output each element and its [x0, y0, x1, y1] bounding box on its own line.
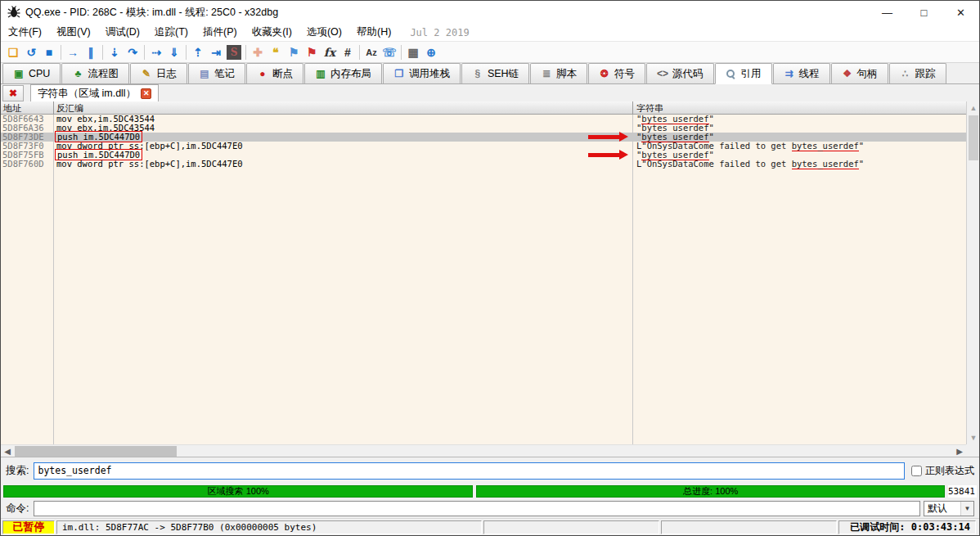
search-row: 搜索: 正则表达式	[1, 457, 979, 484]
tab-call-stack[interactable]: ❐调用堆栈	[383, 63, 461, 83]
red-arrow-icon	[588, 135, 619, 139]
table-row[interactable]: 5D8F6A36mov ebx,im.5DC43544"bytes_userde…	[1, 124, 966, 133]
patches-icon[interactable]: ✚	[249, 44, 267, 61]
menu-item-追踪(T)[interactable]: 追踪(T)	[147, 24, 196, 41]
tab-threads[interactable]: ⇉线程	[773, 63, 830, 83]
tab-trace[interactable]: ∴跟踪	[889, 63, 946, 83]
table-row[interactable]: 5D8F760Dmov dword ptr ss:[ebp+C],im.5DC4…	[1, 160, 966, 169]
toolbar-separator	[401, 45, 402, 60]
script-icon: ≣	[541, 68, 552, 79]
tab-handles[interactable]: ❖句柄	[831, 63, 888, 83]
menu-item-收藏夹(I)[interactable]: 收藏夹(I)	[245, 24, 299, 41]
command-profile-dropdown[interactable]: 默认 ▼	[924, 501, 974, 516]
maximize-button[interactable]: □	[906, 1, 942, 24]
vertical-scroll-thumb[interactable]	[969, 115, 978, 160]
search-label: 搜索:	[6, 464, 29, 478]
column-header-string[interactable]: 字符串	[636, 102, 663, 115]
run-to-user-code-icon[interactable]: ⇥	[207, 44, 225, 61]
calculator-icon[interactable]: ▦	[404, 44, 422, 61]
comment-icon[interactable]: ❝	[267, 44, 285, 61]
subtab-strings[interactable]: 字符串（区域 im.dll） ✕	[30, 84, 159, 101]
menu-item-调试(D)[interactable]: 调试(D)	[98, 24, 147, 41]
scroll-right-arrow[interactable]: ▶	[953, 445, 966, 457]
tab-label: 内存布局	[330, 67, 371, 81]
menu-item-文件(F)[interactable]: 文件(F)	[1, 24, 49, 41]
tab-memory-map[interactable]: ▥内存布局	[304, 63, 382, 83]
trace-into-icon[interactable]: ⇢	[147, 44, 165, 61]
stop-icon[interactable]: ■	[40, 44, 58, 61]
regex-checkbox[interactable]	[911, 466, 922, 476]
command-input[interactable]	[34, 501, 920, 516]
tab-label: 跟踪	[915, 67, 936, 81]
restart-icon[interactable]: ↺	[22, 44, 40, 61]
string-cell: L"OnSysDataCome failed to get bytes_user…	[636, 160, 864, 169]
toolbar: ❏↺■→∥⇣↷⇢⇓⇡⇥S✚❝⚑⚑fx#Az☏▦⊕	[1, 42, 979, 63]
subtab-bar: ✖ 字符串（区域 im.dll） ✕	[1, 84, 979, 101]
script-s-icon[interactable]: S	[227, 45, 241, 60]
address-cell: 5D8F760D	[2, 160, 44, 169]
step-into-icon[interactable]: ⇣	[106, 44, 124, 61]
menu-item-帮助(H)[interactable]: 帮助(H)	[349, 24, 398, 41]
tab-references[interactable]: 引用	[715, 63, 772, 84]
tab-script[interactable]: ≣脚本	[530, 63, 587, 83]
open-file-icon[interactable]: ❏	[4, 44, 22, 61]
hash-icon[interactable]: #	[339, 44, 357, 61]
debug-state-badge: 已暂停	[2, 520, 55, 534]
encoding-icon[interactable]: Az	[362, 44, 380, 61]
tab-seh[interactable]: §SEH链	[461, 63, 529, 83]
scroll-up-arrow[interactable]: ▲	[967, 101, 979, 115]
tab-notes[interactable]: ▤笔记	[188, 63, 245, 83]
tab-log[interactable]: ✎日志	[130, 63, 187, 83]
execute-till-return-icon[interactable]: ⇡	[189, 44, 207, 61]
horizontal-scrollbar[interactable]: ◀ ▶	[1, 444, 966, 457]
pause-icon[interactable]: ∥	[82, 44, 100, 61]
menu-item-插件(P)[interactable]: 插件(P)	[196, 24, 245, 41]
tab-breakpoints[interactable]: ●断点	[246, 63, 303, 83]
device-icon[interactable]: ☏	[380, 44, 398, 61]
vertical-scrollbar[interactable]: ▲ ▼	[966, 101, 979, 444]
tab-source[interactable]: <>源代码	[646, 63, 714, 83]
source-code-icon: <>	[657, 68, 668, 79]
bookmarks-icon[interactable]: ⚑	[303, 44, 321, 61]
run-icon[interactable]: →	[64, 44, 82, 61]
graph-icon: ♣	[72, 68, 83, 79]
menu-item-视图(V)[interactable]: 视图(V)	[49, 24, 98, 41]
column-header-disasm[interactable]: 反汇编	[56, 102, 83, 115]
scroll-left-arrow[interactable]: ◀	[1, 445, 14, 457]
chevron-down-icon[interactable]: ▼	[960, 502, 973, 516]
labels-icon[interactable]: ⚑	[285, 44, 303, 61]
tab-symbols[interactable]: ❂符号	[588, 63, 645, 83]
header-divider[interactable]	[632, 101, 633, 115]
memory-map-icon: ▥	[315, 68, 326, 79]
scrollbar-corner	[966, 444, 979, 457]
close-button[interactable]: ✕	[942, 1, 979, 24]
breakpoint-icon: ●	[257, 68, 268, 79]
function-icon[interactable]: fx	[321, 44, 339, 61]
step-over-icon[interactable]: ↷	[124, 44, 142, 61]
globe-icon[interactable]: ⊕	[422, 44, 440, 61]
trace-over-icon[interactable]: ⇓	[165, 44, 183, 61]
tab-graph[interactable]: ♣流程图	[61, 63, 129, 83]
window-controls: — □ ✕	[869, 1, 979, 24]
scroll-down-arrow[interactable]: ▼	[967, 431, 979, 444]
log-icon: ✎	[141, 68, 152, 79]
regex-label: 正则表达式	[925, 464, 974, 478]
minimize-button[interactable]: —	[869, 1, 906, 24]
subtab-close-icon[interactable]: ✕	[141, 88, 151, 99]
toolbar-separator	[359, 45, 360, 60]
tab-label: CPU	[29, 68, 50, 79]
search-input[interactable]	[34, 462, 905, 480]
column-header-address[interactable]: 地址	[3, 102, 21, 115]
close-all-tabs-button[interactable]: ✖	[2, 85, 24, 101]
seh-chain-icon: §	[472, 68, 483, 79]
string-prefix: L"OnSysDataCome failed to get	[636, 159, 792, 169]
table-row[interactable]: 5D8F73F0mov dword ptr ss:[ebp+C],im.5DC4…	[1, 142, 966, 151]
menu-item-选项(O)[interactable]: 选项(O)	[299, 24, 349, 41]
tab-cpu[interactable]: ▣CPU	[2, 63, 61, 83]
table-body: 5D8F6643mov ebx,im.5DC43544"bytes_userde…	[1, 115, 966, 444]
tab-label: 符号	[614, 67, 635, 81]
string-suffix: "	[859, 141, 864, 151]
horizontal-scroll-thumb[interactable]	[15, 446, 177, 457]
command-row: 命令: 默认 ▼	[1, 499, 979, 518]
header-divider[interactable]	[53, 101, 54, 115]
